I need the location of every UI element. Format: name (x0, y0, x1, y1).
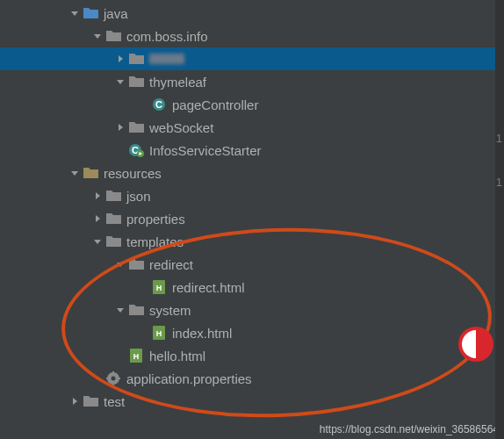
expand-down-icon[interactable] (68, 7, 81, 19)
tree-item-label: redirect.html (172, 280, 245, 295)
tree-row[interactable] (0, 47, 504, 70)
editor-gutter: 1 1 (495, 0, 504, 439)
tree-item-label: InfosServiceStarter (149, 143, 262, 158)
folder-icon (128, 256, 144, 272)
project-tree[interactable]: javacom.boss.infothymeleafCpageControlle… (0, 0, 504, 413)
expand-right-icon[interactable] (68, 395, 81, 407)
expand-right-icon[interactable] (91, 212, 104, 225)
tree-row[interactable]: properties (0, 207, 504, 230)
html-icon: H (151, 279, 167, 295)
arrow-spacer (137, 327, 149, 339)
folder-icon (128, 119, 144, 135)
tree-row[interactable]: thymeleaf (0, 70, 504, 93)
tree-item-label: webSocket (149, 120, 213, 135)
tree-row[interactable]: Hhello.html (0, 344, 504, 367)
tree-item-label: pageController (172, 97, 258, 112)
folder-icon (128, 74, 144, 90)
arrow-spacer (114, 349, 126, 362)
svg-text:H: H (156, 329, 162, 338)
tree-row[interactable]: webSocket (0, 116, 504, 139)
class-icon: C (151, 97, 167, 112)
tree-item-label: templates (126, 234, 184, 249)
svg-text:H: H (156, 284, 162, 292)
expand-down-icon[interactable] (114, 258, 126, 270)
tree-item-label: test (104, 394, 125, 409)
folder-blue-icon (83, 5, 98, 21)
tree-item-label: hello.html (149, 349, 205, 363)
tree-item-label: thymeleaf (149, 75, 206, 90)
folder-icon (105, 188, 121, 204)
html-icon: H (128, 348, 144, 363)
gutter-mark: 1 (496, 132, 502, 145)
svg-text:C: C (155, 99, 162, 110)
tree-row[interactable]: CInfosServiceStarter (0, 139, 504, 162)
tree-row[interactable]: templates (0, 230, 504, 253)
tree-row[interactable]: java (0, 2, 504, 25)
expand-right-icon[interactable] (91, 190, 104, 202)
folder-icon (105, 211, 121, 227)
folder-icon (83, 393, 98, 409)
folder-icon (105, 234, 121, 249)
gutter-mark: 1 (496, 176, 502, 189)
tree-item-label: application.properties (126, 371, 252, 386)
folder-icon (128, 51, 144, 67)
props-icon (105, 371, 121, 386)
expand-down-icon[interactable] (68, 167, 81, 179)
folder-res-icon (83, 165, 98, 181)
tree-item-label: json (126, 189, 151, 204)
arrow-spacer (137, 281, 149, 293)
expand-down-icon[interactable] (91, 235, 104, 248)
svg-point-12 (112, 377, 116, 381)
tree-row[interactable]: CpageController (0, 93, 504, 116)
arrow-spacer (114, 144, 126, 156)
tree-row[interactable]: Hindex.html (0, 321, 504, 344)
class-run-icon: C (128, 142, 144, 158)
tree-item-label: system (149, 303, 191, 318)
folder-icon (128, 302, 144, 318)
expand-right-icon[interactable] (114, 121, 126, 133)
tree-item-label: java (104, 6, 128, 21)
arrow-spacer (137, 98, 149, 111)
tree-row[interactable]: application.properties (0, 367, 504, 390)
expand-down-icon[interactable] (114, 76, 126, 88)
watermark-url: https://blog.csdn.net/weixin_36586564 (320, 423, 499, 435)
expand-down-icon[interactable] (91, 30, 104, 42)
tree-row[interactable]: json (0, 184, 504, 207)
tree-row[interactable]: system (0, 299, 504, 321)
tree-item-label: com.boss.info (126, 29, 208, 44)
folder-icon (105, 28, 121, 44)
html-icon: H (151, 325, 167, 341)
tree-item-label: resources (104, 166, 162, 181)
tree-item-label (149, 54, 184, 64)
svg-text:H: H (133, 352, 140, 361)
arrow-spacer (91, 372, 104, 385)
tree-row[interactable]: com.boss.info (0, 25, 504, 47)
expand-down-icon[interactable] (114, 304, 126, 316)
tree-row[interactable]: Hredirect.html (0, 276, 504, 299)
tree-item-label: index.html (172, 326, 232, 341)
tree-item-label: redirect (149, 257, 193, 272)
tree-row[interactable]: test (0, 390, 504, 413)
tree-row[interactable]: resources (0, 162, 504, 184)
tree-item-label: properties (126, 212, 185, 227)
tree-row[interactable]: redirect (0, 253, 504, 276)
expand-right-icon[interactable] (114, 53, 126, 65)
